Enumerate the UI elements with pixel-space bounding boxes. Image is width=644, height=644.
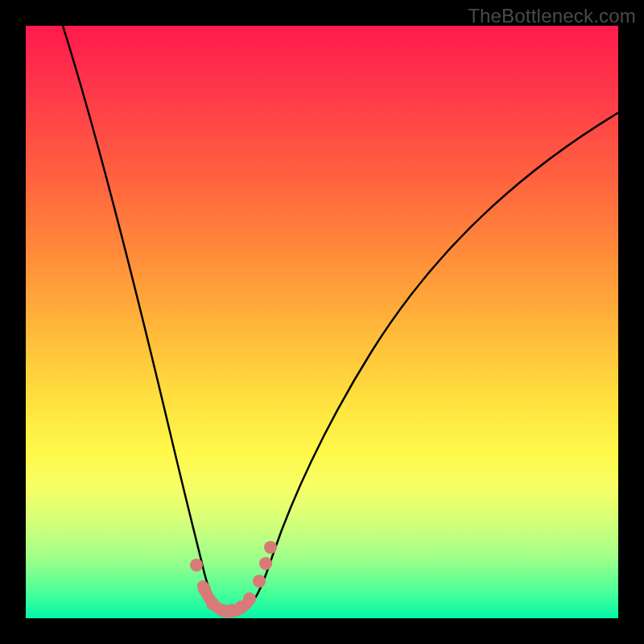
chart-frame: TheBottleneck.com [0, 0, 644, 644]
svg-point-0 [190, 559, 203, 572]
svg-point-8 [259, 557, 272, 570]
curve-path [63, 26, 618, 612]
watermark-text: TheBottleneck.com [468, 5, 636, 27]
plot-area [26, 26, 618, 618]
svg-point-9 [264, 541, 277, 554]
marker-cluster [190, 541, 277, 617]
svg-point-7 [253, 575, 266, 588]
bottleneck-curve [26, 26, 618, 618]
